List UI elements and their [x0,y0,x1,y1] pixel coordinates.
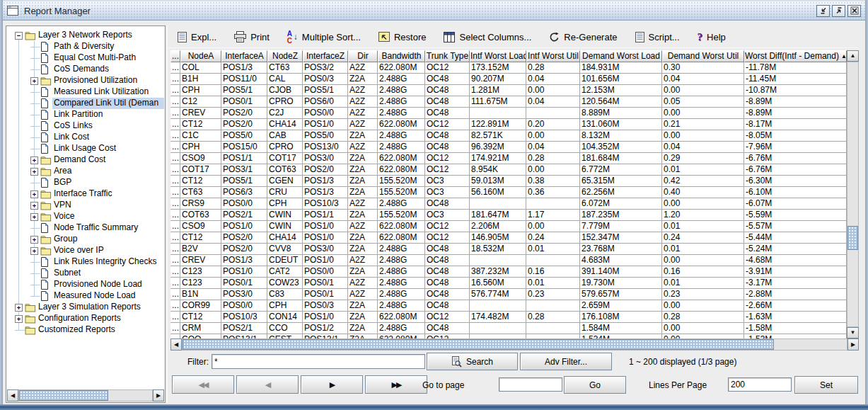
column-header-worst-diff-intf-demand[interactable]: Worst Diff(Intf - Demand)▲ [744,50,847,62]
lines-per-page-input[interactable] [728,377,792,392]
tree-item-path-diversity[interactable]: Path & Diversity [7,41,164,52]
scroll-left-icon[interactable]: ◀ [7,389,18,402]
toolbar-button-select-columns[interactable]: Select Columns... [444,32,531,42]
expand-toggle-icon[interactable]: + [30,190,38,198]
table-row[interactable]: ...CT12POS2/0CHA14POS1/0Z2A622.080MOC121… [170,232,847,244]
scroll-right-icon[interactable]: ▶ [153,389,164,402]
table-row[interactable]: ...C123POS0/1COW23POS0/1A2Z2.488GOC4816.… [170,278,847,289]
tree-item-vpn[interactable]: +VPN [7,200,164,211]
search-button[interactable]: Search [427,353,518,370]
expand-toggle-icon[interactable]: + [15,315,23,323]
table-row[interactable]: ...CT63POS6/3CRUPOS1/3Z2A155.520MOC356.1… [170,187,847,198]
tree-item-compared-link-util-deman[interactable]: Compared Link Util (Deman [7,98,164,109]
tree-item-subnet[interactable]: Subnet [7,268,164,279]
scrollbar-thumb[interactable] [847,226,858,250]
tree-item-area[interactable]: +Area [7,166,164,177]
table-row[interactable]: ...CRS9POS0/0CPHPOS10/3A2Z2.488GOC486.07… [170,198,847,210]
table-row[interactable]: ...COR99POS0/0CPHPOS0/3Z2A2.488GOC482.65… [170,300,847,312]
scroll-up-icon[interactable]: ▲ [847,50,859,62]
set-button[interactable]: Set [794,376,858,394]
expand-toggle-icon[interactable]: + [30,156,38,164]
tree-horizontal-scrollbar[interactable]: ◀ ▶ [7,389,164,402]
table-horizontal-scrollbar[interactable]: ◀ ▶ [170,338,859,351]
tree-item-voice-over-ip[interactable]: +Voice over IP [7,245,164,256]
expand-toggle-icon[interactable]: + [30,213,38,221]
tree-item-demand-cost[interactable]: +Demand Cost [7,154,164,166]
column-header-demand-worst-util[interactable]: Demand Worst Util [662,50,744,62]
filter-input[interactable] [212,354,425,369]
tree-item-group[interactable]: +Group [7,234,164,245]
tree-item-provisioned-utilization[interactable]: +Provisioned Utilization [7,75,164,86]
tree-item-layer-3-network-reports[interactable]: −Layer 3 Network Reports [7,30,164,41]
close-button[interactable] [847,5,861,17]
table-row[interactable]: ...CRMPOS2/1CCOPOS1/2Z2A2.488GOC481.584M… [170,323,847,334]
column-header-bandwidth[interactable]: Bandwidth [378,50,425,62]
first-page-button[interactable]: ◀◀ [172,375,234,394]
table-vertical-scrollbar[interactable]: ▲ ▼ [847,50,859,338]
tree-item-cos-links[interactable]: CoS Links [7,120,164,132]
tree-item-link-cost[interactable]: Link Cost [7,132,164,143]
table-row[interactable]: ...CPHPOS15/0CPROPOS13/0A2Z2.488GOC4896.… [170,142,847,153]
minimize-button[interactable] [816,5,830,17]
toolbar-button-restore[interactable]: Restore [378,32,427,42]
table-row[interactable]: ...CPHPOS5/1CJOBPOS5/1A2Z2.488GOC481.281… [170,85,847,96]
last-page-button[interactable]: ▶▶ [365,375,427,394]
scroll-right-icon[interactable]: ▶ [847,338,859,351]
table-row[interactable]: ...COLPOS1/3CT63POS3/2A2Z622.080MOC12173… [170,62,847,74]
tree-item-configuration-reports[interactable]: +Configuration Reports [7,313,164,324]
column-header-trunk-type[interactable]: Trunk Type [425,50,470,62]
table-row[interactable]: ...COT63POS2/1CWINPOS1/1Z2A155.520MOC318… [170,210,847,221]
column-header-nodea[interactable]: NodeA [180,50,221,62]
column-header-demand-worst-load[interactable]: Demand Worst Load [580,50,662,62]
column-header-interfacez[interactable]: InterfaceZ [303,50,348,62]
tree-item-link-rules-integrity-checks[interactable]: Link Rules Integrity Checks [7,256,164,268]
toolbar-button-print[interactable]: Print [234,31,270,42]
scroll-down-icon[interactable]: ▼ [847,327,859,338]
column-header-row-menu[interactable]: ... [170,50,180,62]
go-button[interactable]: Go [564,376,626,394]
column-header-intf-worst-load[interactable]: Intf Worst Load [470,50,526,62]
column-header-dir[interactable]: Dir [348,50,378,62]
toolbar-button-expl[interactable]: Expl... [178,32,216,42]
page-number-input[interactable] [499,377,562,392]
tree-item-link-partition[interactable]: Link Partition [7,109,164,120]
expand-toggle-icon[interactable]: + [15,304,23,312]
title-bar[interactable]: Report Manager [3,1,865,21]
tree-item-cos-demands[interactable]: CoS Demands [7,64,164,75]
tree-item-equal-cost-multi-path[interactable]: Equal Cost Multi-Path [7,52,164,64]
expand-toggle-icon[interactable]: + [30,247,38,255]
tree-item-measured-link-utilization[interactable]: Measured Link Utilization [7,86,164,98]
toolbar-button-script[interactable]: Script... [635,32,680,42]
table-row[interactable]: ...B1HPOS11/0CALPOS0/3Z2A2.488GOC4890.20… [170,74,847,85]
table-row[interactable]: ...CSO9POS1/0CWINPOS1/0A2Z622.080MOC122.… [170,221,847,232]
tree-item-measured-node-load[interactable]: Measured Node Load [7,290,164,302]
expand-toggle-icon[interactable]: + [30,236,38,244]
table-row[interactable]: ...COT17POS3/1COT63POS2/0Z2A622.080MOC12… [170,164,847,176]
table-row[interactable]: ...CT12POS2/0CHA14POS1/0A2Z622.080MOC121… [170,119,847,130]
table-row[interactable]: ...CT12POS5/1CGENPOS1/3Z2A155.520MOC359.… [170,176,847,187]
expand-toggle-icon[interactable]: + [30,77,38,85]
table-row[interactable]: ...CT12POS10/3CON14POS1/0Z2A622.080MOC12… [170,312,847,323]
toolbar-button-multiple-sort[interactable]: AC↓Multiple Sort... [287,31,361,43]
expand-toggle-icon[interactable]: + [30,202,38,210]
maximize-button[interactable] [832,5,845,17]
tree-item-layer-3-simulation-reports[interactable]: +Layer 3 Simulation Reports [7,302,164,313]
column-header-nodez[interactable]: NodeZ [267,50,303,62]
table-row[interactable]: ...C1CPOS5/0CABPOS5/0Z2A2.488GOC4882.571… [170,130,847,142]
tree-item-interface-traffic[interactable]: +Interface Traffic [7,188,164,200]
table-row[interactable]: ...C123POS1/0CAT2POS0/0Z2A2.488GOC48387.… [170,266,847,278]
column-header-intf-worst-util[interactable]: Intf Worst Util [526,50,580,62]
tree-item-bgp[interactable]: BGP [7,177,164,188]
expand-toggle-icon[interactable]: + [30,168,38,176]
adv-filter-button[interactable]: Adv Filter... [520,353,612,370]
table-row[interactable]: ...CSO9POS1/1COT17POS3/0Z2A622.080MOC121… [170,153,847,164]
previous-page-button[interactable]: ◀ [236,375,299,394]
scroll-left-icon[interactable]: ◀ [170,338,182,351]
scrollbar-thumb[interactable] [183,339,774,350]
toolbar-button-re-generate[interactable]: Re-Generate [549,32,617,42]
tree-item-link-usage-cost[interactable]: Link Usage Cost [7,143,164,154]
table-row[interactable]: ...CREVPOS2/0C2JPOS0/0A2Z2.488GOC488.889… [170,108,847,119]
tree-item-node-traffic-summary[interactable]: Node Traffic Summary [7,222,164,234]
table-row[interactable]: ...B1NPOS3/0C83POS0/1A2Z2.488GOC48576.77… [170,289,847,300]
toolbar-button-help[interactable]: ?Help [698,31,726,43]
